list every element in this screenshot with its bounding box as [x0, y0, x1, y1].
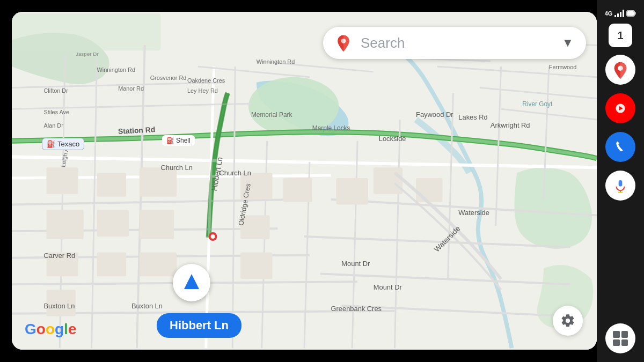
svg-rect-43 [140, 210, 174, 240]
right-sidebar: 4G 1 [597, 0, 644, 362]
svg-text:Carver Rd: Carver Rd [43, 252, 75, 260]
network-type: 4G [605, 10, 613, 17]
svg-rect-92 [627, 11, 634, 16]
svg-rect-91 [635, 12, 636, 15]
shell-poi[interactable]: ⛽ Shell [162, 135, 195, 146]
svg-rect-50 [374, 167, 403, 194]
svg-text:Lockside: Lockside [379, 135, 406, 143]
svg-rect-95 [619, 180, 623, 187]
map-svg: Station Rd Church Ln Church Ln Leigh Ave… [12, 12, 597, 350]
svg-text:Buxton Ln: Buxton Ln [43, 302, 75, 310]
svg-rect-41 [97, 253, 127, 277]
search-chevron-icon[interactable]: ▼ [560, 35, 575, 50]
svg-text:River Goyt: River Goyt [522, 100, 553, 108]
battery-icon [626, 10, 636, 17]
svg-text:Waterside: Waterside [458, 209, 489, 217]
svg-rect-36 [46, 210, 83, 240]
svg-text:Marple Locks: Marple Locks [312, 124, 350, 132]
street-name: Hibbert Ln [170, 319, 229, 333]
svg-text:Church Ln: Church Ln [160, 164, 192, 172]
texaco-label-text: Texaco [57, 140, 79, 148]
google-logo: Google [25, 321, 76, 338]
svg-text:Lakes Rd: Lakes Rd [458, 113, 487, 121]
svg-text:Arkwright Rd: Arkwright Rd [491, 121, 530, 129]
svg-text:Clifton Dr: Clifton Dr [43, 88, 68, 94]
svg-text:Jasper Dr: Jasper Dr [76, 51, 99, 57]
shell-label-text: Shell [176, 137, 191, 144]
svg-text:Manor Rd: Manor Rd [118, 85, 144, 92]
map-screen: Station Rd Church Ln Church Ln Leigh Ave… [12, 12, 597, 350]
direction-triangle [184, 274, 199, 289]
grid-app-icon[interactable] [605, 323, 635, 353]
svg-text:Stiles Ave: Stiles Ave [43, 109, 69, 115]
svg-point-88 [211, 234, 215, 239]
svg-rect-40 [97, 210, 129, 237]
notification-badge[interactable]: 1 [609, 24, 632, 47]
current-street-label[interactable]: Hibbert Ln [157, 313, 241, 338]
notification-count: 1 [617, 29, 623, 42]
svg-text:Winnington Rd: Winnington Rd [257, 58, 295, 65]
maps-app-icon[interactable] [605, 55, 635, 85]
search-placeholder: Search [361, 35, 560, 51]
svg-text:Buxton Ln: Buxton Ln [131, 302, 163, 310]
svg-text:Alan Dr: Alan Dr [43, 122, 63, 129]
svg-text:Mount Dr: Mount Dr [341, 260, 370, 268]
texaco-poi[interactable]: ⛽ Texaco [42, 138, 84, 150]
status-bar: 4G [597, 5, 644, 19]
signal-bars-icon [614, 10, 624, 17]
svg-text:Faywood Dr: Faywood Dr [416, 110, 453, 119]
svg-text:Winnington Rd: Winnington Rd [97, 67, 135, 73]
navigation-arrow[interactable] [173, 264, 210, 301]
svg-text:Church Ln: Church Ln [219, 169, 251, 177]
youtube-app-icon[interactable] [605, 93, 635, 123]
svg-text:Memorial Park: Memorial Park [251, 111, 292, 119]
settings-button[interactable] [553, 306, 583, 336]
svg-rect-48 [283, 178, 312, 202]
maps-logo-icon [334, 33, 353, 53]
svg-text:Grosvenor Rd: Grosvenor Rd [150, 75, 187, 81]
search-bar[interactable]: Search ▼ [323, 27, 586, 59]
map-area[interactable]: Station Rd Church Ln Church Ln Leigh Ave… [12, 12, 597, 350]
assistant-app-icon[interactable] [605, 171, 635, 201]
svg-rect-51 [416, 178, 443, 202]
svg-text:Fermwood: Fermwood [549, 64, 576, 70]
phone-app-icon[interactable] [605, 132, 635, 162]
svg-rect-44 [140, 253, 177, 277]
svg-text:Oakdene Cres: Oakdene Cres [187, 77, 225, 84]
svg-text:Ley Hey Rd: Ley Hey Rd [187, 88, 218, 94]
svg-rect-35 [46, 167, 78, 194]
svg-rect-2 [12, 13, 160, 50]
svg-text:Mount Dr: Mount Dr [374, 283, 402, 291]
grid-icon [613, 331, 628, 346]
svg-text:Greenbank Cres: Greenbank Cres [331, 305, 382, 313]
svg-rect-42 [140, 167, 177, 197]
svg-rect-49 [336, 178, 368, 205]
svg-rect-39 [97, 173, 127, 197]
svg-rect-47 [240, 253, 272, 279]
